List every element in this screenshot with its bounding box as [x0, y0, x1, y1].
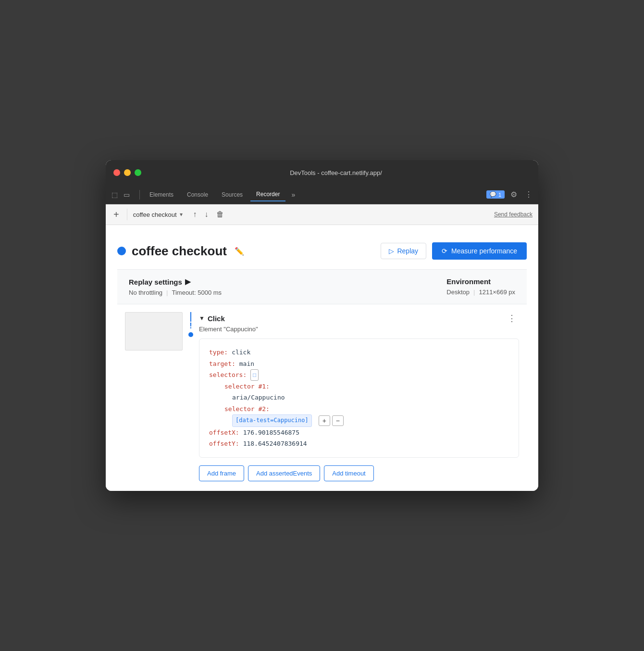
add-timeout-button[interactable]: Add timeout [324, 465, 373, 481]
settings-section: Replay settings ▶ No throttling | Timeou… [117, 270, 527, 304]
settings-separator: | [166, 289, 168, 296]
code-line-selector1: selector #1: [209, 381, 509, 392]
tab-console[interactable]: Console [181, 188, 214, 201]
recording-title: coffee checkout [132, 244, 227, 259]
selector1-key: selector #1: [224, 381, 270, 392]
tabbar: ⬚ ▭ Elements Console Sources Recorder » … [106, 185, 538, 204]
target-value: main [239, 358, 254, 369]
code-block: type: click target: main selectors: ⬚ [199, 338, 519, 457]
step-warning-icon: ! [189, 322, 192, 330]
chat-badge[interactable]: 💬 1 [486, 190, 505, 199]
code-line-selectors: selectors: ⬚ [209, 369, 509, 381]
settings-icon[interactable]: ⚙ [508, 188, 519, 201]
code-line-type: type: click [209, 347, 509, 358]
chat-icon: 💬 [490, 191, 496, 198]
selector-remove-button[interactable]: − [332, 415, 344, 426]
step-thumbnail [125, 312, 183, 351]
step-menu-button[interactable]: ⋮ [505, 312, 519, 325]
delete-button[interactable]: 🗑 [213, 208, 227, 221]
recording-selector[interactable]: coffee checkout ▾ [133, 211, 183, 218]
maximize-button[interactable] [135, 169, 141, 176]
settings-left: Replay settings ▶ No throttling | Timeou… [129, 277, 222, 296]
more-options-icon[interactable]: ⋮ [523, 188, 534, 201]
offsetY-key: offsetY: [209, 438, 239, 449]
export-button[interactable]: ↑ [190, 208, 200, 221]
offsetX-value: 176.90185546875 [243, 427, 299, 438]
add-asserted-events-button[interactable]: Add assertedEvents [248, 465, 320, 481]
tabbar-right: 💬 1 ⚙ ⋮ [486, 188, 534, 201]
code-line-selector2: selector #2: [209, 403, 509, 414]
selector2-chip: [data-test=Cappucino] [232, 414, 312, 427]
step-status-dot [188, 332, 193, 337]
settings-right: Environment Desktop | 1211×669 px [446, 277, 515, 296]
traffic-lights [113, 169, 141, 176]
titlebar: DevTools - coffee-cart.netlify.app/ [106, 160, 538, 185]
recording-status-dot [117, 247, 126, 255]
add-recording-button[interactable]: + [111, 209, 121, 220]
selector-add-button[interactable]: + [319, 415, 330, 426]
cursor-icon[interactable]: ⬚ [110, 189, 120, 200]
step-header: ▼ Click ⋮ [199, 312, 519, 325]
action-buttons: Add frame Add assertedEvents Add timeout [199, 465, 519, 491]
recording-title-group: coffee checkout ✏️ [117, 244, 246, 259]
step-subtitle: Element "Cappucino" [199, 326, 519, 333]
edit-title-icon[interactable]: ✏️ [233, 245, 246, 258]
code-line-offsetY: offsetY: 118.6452407836914 [209, 438, 509, 449]
code-line-selector2-val: [data-test=Cappucino] + − [209, 414, 509, 427]
step-line [190, 312, 191, 322]
code-line-offsetX: offsetX: 176.90185546875 [209, 427, 509, 438]
replay-button[interactable]: ▷ Replay [381, 243, 426, 259]
replay-play-icon: ▷ [389, 247, 394, 255]
measure-performance-button[interactable]: ⟳ Measure performance [432, 242, 527, 260]
env-separator: | [473, 288, 475, 296]
toolbar-actions: ↑ ↓ 🗑 [190, 208, 227, 221]
timeout-label: Timeout: 5000 ms [172, 289, 222, 296]
step-title-row: ▼ Click [199, 314, 225, 323]
step-body: ▼ Click ⋮ Element "Cappucino" type: clic… [199, 312, 519, 490]
step-expand-arrow[interactable]: ▼ [199, 315, 205, 322]
replay-settings-title[interactable]: Replay settings ▶ [129, 277, 222, 286]
selected-recording-name: coffee checkout [133, 211, 177, 218]
code-line-target: target: main [209, 358, 509, 369]
type-key: type: [209, 347, 228, 358]
tab-recorder[interactable]: Recorder [250, 188, 285, 201]
recording-header: coffee checkout ✏️ ▷ Replay ⟳ Measure pe… [117, 235, 527, 269]
step-connector: ! [188, 312, 193, 337]
measure-label: Measure performance [451, 247, 517, 255]
target-key: target: [209, 358, 235, 369]
environment-details: Desktop | 1211×669 px [446, 288, 515, 296]
measure-icon: ⟳ [442, 247, 447, 255]
selectors-icon[interactable]: ⬚ [250, 369, 259, 381]
selector1-value: aria/Cappucino [232, 392, 285, 403]
tab-sources[interactable]: Sources [216, 188, 248, 201]
throttling-label: No throttling [129, 289, 162, 296]
toolbar-divider [127, 209, 127, 220]
step-type-label: Click [208, 314, 225, 323]
selector-action-buttons: + − [319, 415, 344, 426]
import-button[interactable]: ↓ [202, 208, 211, 221]
env-size-label: 1211×669 px [479, 288, 515, 296]
minimize-button[interactable] [124, 169, 131, 176]
tab-separator [139, 190, 140, 200]
offsetX-key: offsetX: [209, 427, 239, 438]
window-title: DevTools - coffee-cart.netlify.app/ [141, 169, 531, 176]
device-icon[interactable]: ▭ [122, 189, 132, 200]
close-button[interactable] [113, 169, 120, 176]
recorder-toolbar: + coffee checkout ▾ ↑ ↓ 🗑 Send feedback [106, 204, 538, 225]
send-feedback-link[interactable]: Send feedback [494, 211, 533, 218]
chat-count: 1 [498, 192, 501, 198]
settings-details: No throttling | Timeout: 5000 ms [129, 289, 222, 296]
type-value: click [232, 347, 250, 358]
header-buttons: ▷ Replay ⟳ Measure performance [381, 242, 527, 260]
tab-more-icon[interactable]: » [287, 189, 299, 200]
tab-elements[interactable]: Elements [144, 188, 179, 201]
step-item: ! ▼ Click ⋮ Element "Cappucino" [117, 304, 527, 490]
main-content: coffee checkout ✏️ ▷ Replay ⟳ Measure pe… [106, 225, 538, 490]
replay-settings-label: Replay settings [129, 278, 182, 286]
devtools-window: DevTools - coffee-cart.netlify.app/ ⬚ ▭ … [106, 160, 538, 490]
environment-title: Environment [446, 277, 515, 286]
dropdown-arrow-icon: ▾ [180, 211, 183, 218]
selectors-key: selectors: [209, 369, 247, 380]
add-frame-button[interactable]: Add frame [199, 465, 244, 481]
selector2-key: selector #2: [224, 403, 270, 414]
